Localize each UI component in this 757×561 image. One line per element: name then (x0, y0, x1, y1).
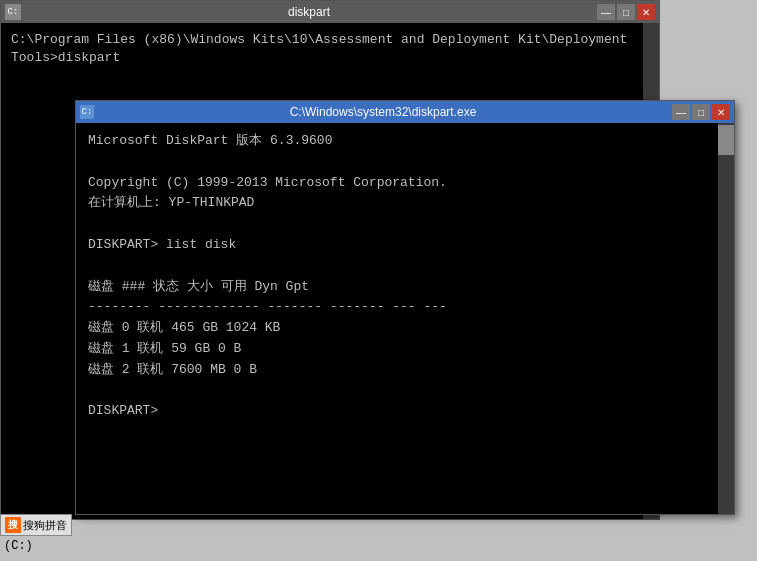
disk-table-header: 磁盘 ### 状态 大小 可用 Dyn Gpt (88, 277, 706, 298)
version-line: Microsoft DiskPart 版本 6.3.9600 (88, 131, 706, 152)
bg-titlebar-controls: — □ ✕ (597, 4, 655, 20)
bg-close-button[interactable]: ✕ (637, 4, 655, 20)
fg-close-button[interactable]: ✕ (712, 104, 730, 120)
ime-bar[interactable]: 搜 搜狗拼音 (0, 514, 72, 536)
bg-minimize-button[interactable]: — (597, 4, 615, 20)
disk-table: 磁盘 ### 状态 大小 可用 Dyn Gpt -------- -------… (88, 277, 706, 381)
bg-window-icon: C: (5, 4, 21, 20)
bg-window-title: diskpart (21, 5, 597, 19)
blank-line1 (88, 152, 706, 173)
fg-scrollbar[interactable] (718, 123, 734, 514)
drive-label: (C:) (4, 539, 33, 553)
bg-line2: Tools>diskpart (11, 49, 649, 67)
blank-line3 (88, 256, 706, 277)
ime-logo: 搜 (5, 517, 21, 533)
fg-minimize-button[interactable]: — (672, 104, 690, 120)
ime-label: 搜狗拼音 (23, 518, 67, 533)
fg-window-title: C:\Windows\system32\diskpart.exe (94, 105, 672, 119)
disk-table-separator: -------- ------------- ------- ------- -… (88, 297, 706, 318)
fg-maximize-button[interactable]: □ (692, 104, 710, 120)
blank-line4 (88, 381, 706, 402)
blank-line2 (88, 214, 706, 235)
fg-window-icon: C: (80, 105, 94, 119)
fg-content: Microsoft DiskPart 版本 6.3.9600 Copyright… (76, 123, 718, 514)
fg-window: C: C:\Windows\system32\diskpart.exe — □ … (75, 100, 735, 515)
diskpart-prompt: DISKPART> (88, 401, 706, 422)
bg-titlebar: C: diskpart — □ ✕ (1, 1, 659, 23)
fg-titlebar-controls: — □ ✕ (672, 104, 730, 120)
col-headers: 磁盘 ### 状态 大小 可用 Dyn Gpt (88, 277, 309, 298)
computer-line: 在计算机上: YP-THINKPAD (88, 193, 706, 214)
bg-maximize-button[interactable]: □ (617, 4, 635, 20)
disk-row-2: 磁盘 2 联机 7600 MB 0 B (88, 360, 706, 381)
fg-scrollbar-thumb[interactable] (718, 125, 734, 155)
bg-line1: C:\Program Files (x86)\Windows Kits\10\A… (11, 31, 649, 49)
disk-row-1: 磁盘 1 联机 59 GB 0 B (88, 339, 706, 360)
list-disk-cmd: DISKPART> list disk (88, 235, 706, 256)
copyright-line: Copyright (C) 1999-2013 Microsoft Corpor… (88, 173, 706, 194)
disk-row-0: 磁盘 0 联机 465 GB 1024 KB (88, 318, 706, 339)
fg-titlebar: C: C:\Windows\system32\diskpart.exe — □ … (76, 101, 734, 123)
